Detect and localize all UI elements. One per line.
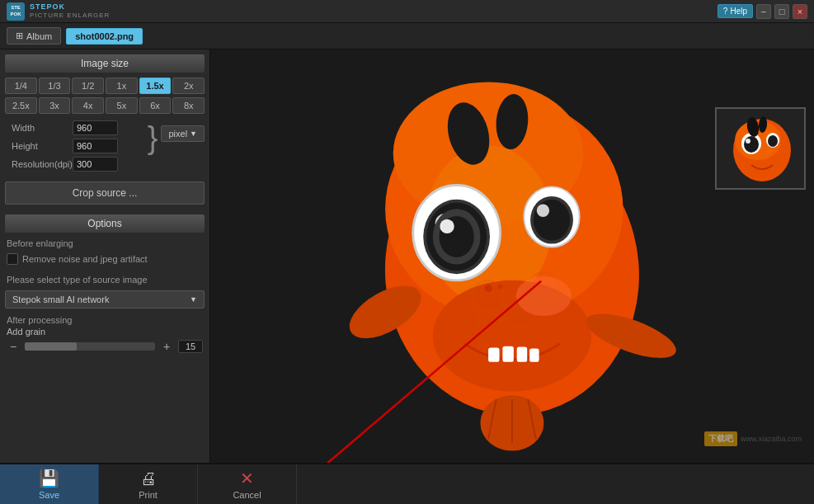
height-row: Height xyxy=(5,137,146,155)
grain-slider[interactable] xyxy=(25,342,155,351)
cancel-icon: ✕ xyxy=(240,469,254,488)
size-btn-8x[interactable]: 8x xyxy=(172,97,205,114)
resolution-row: Resolution(dpi) xyxy=(5,155,146,173)
print-label: Print xyxy=(139,490,158,500)
svg-point-18 xyxy=(537,204,549,216)
crop-source-button[interactable]: Crop source ... xyxy=(5,181,205,205)
remove-noise-row: Remove noise and jpeg artifact xyxy=(0,251,209,267)
size-row-2: 2.5x 3x 4x 5x 6x 8x xyxy=(0,96,209,115)
svg-rect-35 xyxy=(488,347,499,361)
maximize-button[interactable]: □ xyxy=(774,4,789,19)
app-name: STEPOK xyxy=(30,2,110,12)
question-icon: ? xyxy=(723,7,728,16)
select-type-label: Please select type of source image xyxy=(7,275,148,285)
resolution-input[interactable] xyxy=(73,157,118,172)
ai-network-dropdown[interactable]: Stepok small AI network ▼ xyxy=(5,290,205,309)
grid-icon: ⊞ xyxy=(16,31,23,41)
size-btn-3x[interactable]: 3x xyxy=(39,97,71,114)
svg-point-34 xyxy=(498,284,503,289)
size-row-1: 1/4 1/3 1/2 1x 1.5x 2x xyxy=(0,76,209,96)
size-btn-third[interactable]: 1/3 xyxy=(39,78,71,94)
main-image-area xyxy=(210,49,814,463)
watermark: 下载吧 www.xiazaiba.com xyxy=(704,419,802,459)
grain-value-input[interactable] xyxy=(178,340,203,353)
bottom-bar: 💾 Save 🖨 Print ✕ Cancel 下载吧 www.xiazaiba… xyxy=(0,463,814,504)
svg-point-48 xyxy=(768,135,778,147)
file-tab[interactable]: shot0002.png xyxy=(66,28,143,45)
print-button[interactable]: 🖨 Print xyxy=(99,464,198,504)
select-type-row: Please select type of source image xyxy=(0,272,209,287)
height-label: Height xyxy=(12,141,69,151)
svg-point-32 xyxy=(516,276,572,316)
title-bar-left: STEPOK STEPOK PICTURE ENLARGER xyxy=(7,2,110,21)
size-btn-half[interactable]: 1/2 xyxy=(72,78,104,94)
thumbnail-preview xyxy=(715,107,806,190)
width-input[interactable] xyxy=(73,120,118,135)
size-btn-5x[interactable]: 5x xyxy=(106,97,138,114)
dropdown-arrow-icon: ▼ xyxy=(190,295,197,304)
save-label: Save xyxy=(39,490,59,500)
size-btn-quarter[interactable]: 1/4 xyxy=(5,78,37,94)
before-enlarging-label: Before enlarging xyxy=(7,238,73,248)
title-bar-controls: ? Help − □ × xyxy=(718,4,807,19)
remove-noise-checkbox[interactable] xyxy=(7,253,18,265)
app-logo: STEPOK xyxy=(7,2,25,21)
size-btn-1x[interactable]: 1x xyxy=(106,78,138,94)
options-header: Options xyxy=(5,214,205,233)
cancel-label: Cancel xyxy=(233,490,261,500)
height-input[interactable] xyxy=(73,139,118,153)
size-btn-6x[interactable]: 6x xyxy=(139,97,172,114)
app-subtitle: PICTURE ENLARGER xyxy=(30,12,110,20)
grain-plus-button[interactable]: + xyxy=(160,340,173,353)
before-enlarging-row: Before enlarging xyxy=(0,236,209,251)
width-row: Width xyxy=(5,119,146,137)
album-button[interactable]: ⊞ Album xyxy=(7,27,61,45)
grain-slider-fill xyxy=(25,342,77,351)
svg-point-45 xyxy=(744,136,759,153)
minimize-button[interactable]: − xyxy=(756,4,771,19)
ai-network-row: Stepok small AI network ▼ xyxy=(5,290,205,309)
print-icon: 🖨 xyxy=(140,469,157,488)
image-size-header: Image size xyxy=(5,54,205,73)
title-bar: STEPOK STEPOK PICTURE ENLARGER ? Help − … xyxy=(0,0,814,23)
save-icon: 💾 xyxy=(39,469,59,488)
thumbnail-svg xyxy=(717,109,806,190)
svg-point-14 xyxy=(440,219,454,233)
dropdown-arrow-icon: ▼ xyxy=(190,130,197,138)
svg-rect-37 xyxy=(517,346,527,361)
size-btn-4x[interactable]: 4x xyxy=(72,97,104,114)
svg-rect-36 xyxy=(502,346,513,361)
left-panel: Image size 1/4 1/3 1/2 1x 1.5x 2x 2.5x 3… xyxy=(0,49,210,463)
remove-noise-label: Remove noise and jpeg artifact xyxy=(22,254,148,264)
grain-minus-button[interactable]: − xyxy=(7,340,20,353)
cancel-button[interactable]: ✕ Cancel xyxy=(198,464,297,504)
save-button[interactable]: 💾 Save xyxy=(0,464,99,504)
svg-point-46 xyxy=(746,139,750,144)
toolbar: ⊞ Album shot0002.png xyxy=(0,23,814,49)
bracket-icon: } xyxy=(148,122,158,153)
pixel-button[interactable]: pixel ▼ xyxy=(161,125,205,142)
size-btn-1-5x[interactable]: 1.5x xyxy=(139,78,172,94)
size-btn-2x[interactable]: 2x xyxy=(172,78,205,94)
help-button[interactable]: ? Help xyxy=(718,4,753,18)
fish-illustration xyxy=(242,50,782,463)
svg-point-33 xyxy=(484,284,492,292)
add-grain-label: Add grain xyxy=(0,327,209,338)
width-label: Width xyxy=(12,123,69,133)
resolution-label: Resolution(dpi) xyxy=(12,159,69,169)
after-processing-label: After processing xyxy=(0,312,209,327)
size-btn-2-5x[interactable]: 2.5x xyxy=(5,97,37,114)
svg-point-17 xyxy=(534,199,570,240)
close-button[interactable]: × xyxy=(793,4,807,19)
grain-control-row: − + xyxy=(0,338,209,355)
svg-rect-38 xyxy=(529,348,539,361)
